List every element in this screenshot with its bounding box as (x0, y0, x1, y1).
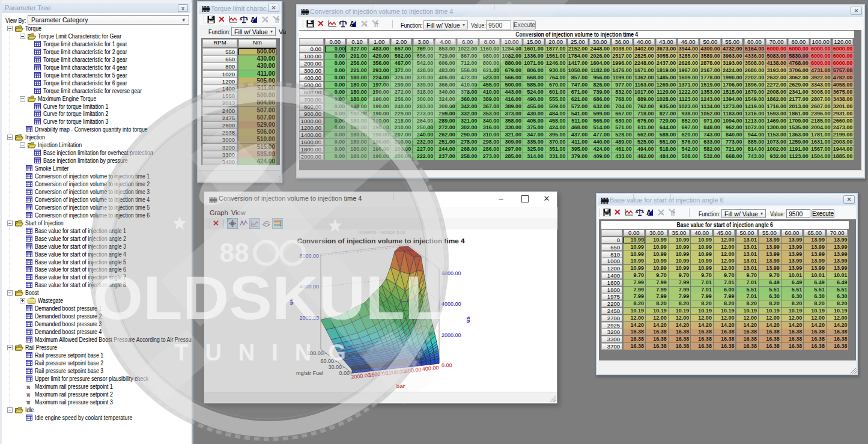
svg-text:mg/str Fuel: mg/str Fuel (296, 370, 323, 376)
svg-text:30.00: 30.00 (328, 364, 342, 370)
svg-text:4000.00: 4000.00 (442, 301, 461, 307)
svg-text:us: us (465, 317, 471, 323)
svg-text:Conversion of injection volume: Conversion of injection volume to inject… (297, 237, 465, 245)
svg-text:A: A (250, 16, 256, 24)
svg-text:400.00: 400.00 (422, 365, 439, 373)
svg-text:4000.00: 4000.00 (299, 284, 319, 290)
svg-text:0.00: 0.00 (339, 370, 350, 376)
svg-text:0.00: 0.00 (442, 362, 452, 368)
svg-text:100.00: 100.00 (307, 350, 324, 356)
svg-text:6000.00: 6000.00 (299, 253, 319, 259)
svg-text:1200.00: 1200.00 (386, 368, 405, 376)
svg-text:2000.00: 2000.00 (442, 332, 461, 338)
svg-text:2000.00: 2000.00 (299, 315, 319, 321)
svg-text:π: π (26, 391, 30, 398)
svg-text:us: us (288, 299, 294, 305)
svg-text:π: π (26, 398, 30, 406)
svg-text:A: A (350, 20, 355, 28)
svg-text:60.00: 60.00 (320, 358, 334, 364)
svg-text:800.00: 800.00 (404, 366, 421, 374)
svg-text:bar: bar (396, 383, 405, 389)
svg-text:A: A (646, 208, 652, 217)
svg-text:6000.00: 6000.00 (442, 270, 461, 276)
svg-text:TunerPro - Version 5.00: TunerPro - Version 5.00 (357, 230, 405, 235)
svg-text:π: π (26, 383, 30, 390)
